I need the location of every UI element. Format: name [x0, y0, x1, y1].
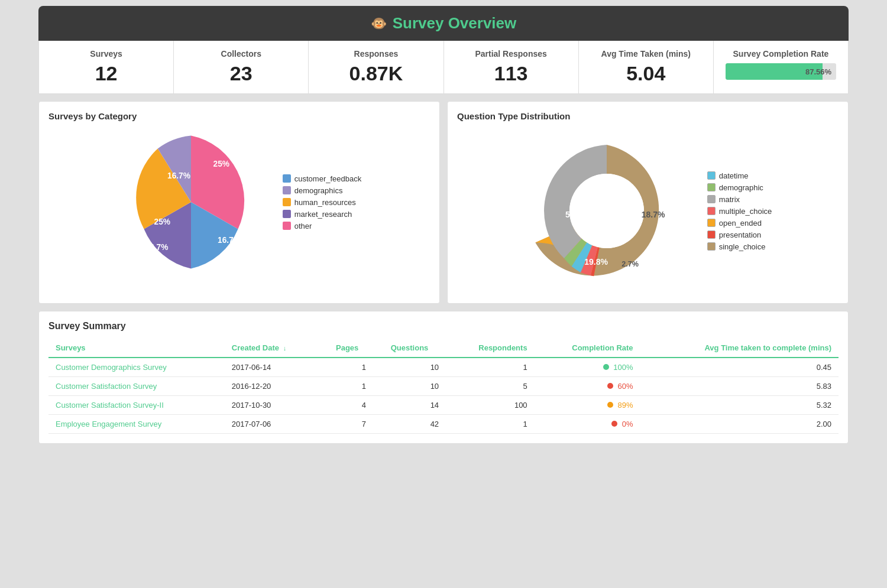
cell-questions: 42 [373, 415, 446, 434]
stat-partial-label: Partial Responses [456, 49, 566, 59]
cell-date: 2016-12-20 [225, 377, 322, 396]
swatch-other [283, 222, 291, 230]
legend-single-choice: single_choice [707, 242, 772, 251]
question-type-legend: datetime demographic matrix multiple_cho… [707, 171, 772, 251]
stat-responses: Responses 0.87K [309, 41, 444, 93]
legend-datetime: datetime [707, 171, 772, 180]
cell-pages: 1 [321, 358, 373, 377]
completion-dot [607, 402, 613, 408]
completion-dot [603, 364, 609, 370]
surveys-by-category-card: Surveys by Category 16.7% [38, 101, 440, 304]
stat-partial: Partial Responses 113 [444, 41, 579, 93]
completion-dot [607, 383, 613, 389]
cell-pages: 7 [321, 415, 373, 434]
col-created-date: Created Date ↓ [225, 339, 322, 358]
swatch-single-choice [707, 242, 716, 251]
col-surveys: Surveys [48, 339, 225, 358]
table-row: Customer Satisfaction Survey 2016-12-20 … [48, 377, 839, 396]
cell-respondents: 5 [446, 377, 535, 396]
table-row: Customer Satisfaction Survey-II 2017-10-… [48, 396, 839, 415]
legend-presentation-label: presentation [719, 230, 762, 239]
legend-matrix: matrix [707, 195, 772, 204]
stat-completion-label: Survey Completion Rate [726, 49, 836, 59]
cell-completion-rate: 0% [535, 415, 640, 434]
question-type-card: Question Type Distribution [447, 101, 849, 304]
survey-summary-card: Survey Summary Surveys Created Date ↓ Pa… [38, 311, 849, 444]
cell-pages: 4 [321, 396, 373, 415]
stats-row: Surveys 12 Collectors 23 Responses 0.87K… [38, 41, 849, 94]
legend-other-label: other [294, 222, 312, 230]
rate-value: 60% [618, 382, 633, 391]
sort-icon[interactable]: ↓ [283, 345, 287, 352]
cell-completion-rate: 100% [535, 358, 640, 377]
question-type-title: Question Type Distribution [457, 111, 839, 121]
legend-demographics-label: demographics [294, 186, 343, 195]
cell-avg-time: 5.32 [640, 396, 839, 415]
donut-label-matrix: 18.7% [641, 210, 665, 219]
legend-matrix-label: matrix [719, 195, 740, 204]
donut-label-multiple: 2.7% [621, 260, 639, 268]
cell-respondents: 100 [446, 396, 535, 415]
cell-survey-name[interactable]: Employee Engagement Survey [48, 415, 225, 434]
cell-survey-name[interactable]: Customer Satisfaction Survey [48, 377, 225, 396]
label-human-resources: 25% [154, 217, 170, 226]
donut-label-open: 19.8% [584, 257, 608, 267]
stat-surveys-label: Surveys [51, 49, 161, 59]
swatch-multiple-choice [707, 207, 716, 215]
rate-value: 100% [613, 363, 633, 372]
header-icon: 🐵 [371, 16, 387, 31]
cell-completion-rate: 60% [535, 377, 640, 396]
swatch-presentation [707, 230, 716, 239]
cell-questions: 10 [373, 377, 446, 396]
legend-human-resources: human_resources [283, 198, 361, 207]
cell-questions: 14 [373, 396, 446, 415]
surveys-category-body: 16.7% 16.7% 16.7% 25% 25% customer_feedb… [48, 128, 430, 276]
rate-value: 89% [618, 401, 633, 410]
rate-value: 0% [622, 420, 633, 428]
legend-open-ended-label: open_ended [719, 219, 762, 228]
legend-single-choice-label: single_choice [719, 242, 766, 251]
swatch-market-research [283, 210, 291, 218]
table-row: Employee Engagement Survey 2017-07-06 7 … [48, 415, 839, 434]
col-respondents: Respondents [446, 339, 535, 358]
label-other: 25% [213, 160, 229, 168]
legend-multiple-choice: multiple_choice [707, 207, 772, 216]
swatch-open-ended [707, 219, 716, 227]
legend-demographic: demographic [707, 183, 772, 192]
completion-dot [611, 421, 617, 427]
stat-collectors: Collectors 23 [174, 41, 309, 93]
table-body: Customer Demographics Survey 2017-06-14 … [48, 358, 839, 434]
cell-questions: 10 [373, 358, 446, 377]
summary-table: Surveys Created Date ↓ Pages Questions R… [48, 339, 839, 434]
swatch-demographics [283, 186, 291, 194]
legend-multiple-choice-label: multiple_choice [719, 207, 772, 216]
summary-title: Survey Summary [48, 321, 839, 332]
cell-avg-time: 0.45 [640, 358, 839, 377]
swatch-customer-feedback [283, 174, 291, 183]
col-completion-rate: Completion Rate [535, 339, 640, 358]
table-row: Customer Demographics Survey 2017-06-14 … [48, 358, 839, 377]
swatch-demographic [707, 183, 716, 191]
cell-survey-name[interactable]: Customer Demographics Survey [48, 358, 225, 377]
cell-completion-rate: 89% [535, 396, 640, 415]
stat-surveys-value: 12 [51, 62, 161, 85]
page-title: Survey Overview [393, 14, 517, 33]
swatch-human-resources [283, 198, 291, 206]
legend-demographic-label: demographic [719, 183, 763, 192]
stat-completion: Survey Completion Rate 87.56% [714, 41, 848, 93]
legend-customer-feedback-label: customer_feedback [294, 174, 361, 183]
donut-label-single: 52.2% [565, 210, 589, 219]
legend-market-research-label: market_research [294, 210, 352, 219]
stat-avgtime-value: 5.04 [591, 62, 701, 85]
legend-other: other [283, 222, 361, 230]
completion-bar-value: 87.56% [805, 67, 831, 76]
completion-bar: 87.56% [726, 63, 836, 80]
page-header: 🐵 Survey Overview [38, 6, 849, 41]
cell-date: 2017-10-30 [225, 396, 322, 415]
cell-date: 2017-06-14 [225, 358, 322, 377]
cell-respondents: 1 [446, 415, 535, 434]
question-type-body: 52.2% 19.8% 18.7% 2.7% datetime demograp… [457, 128, 839, 294]
col-pages: Pages [321, 339, 373, 358]
cell-survey-name[interactable]: Customer Satisfaction Survey-II [48, 396, 225, 415]
label-demographics: 16.7% [167, 171, 190, 180]
